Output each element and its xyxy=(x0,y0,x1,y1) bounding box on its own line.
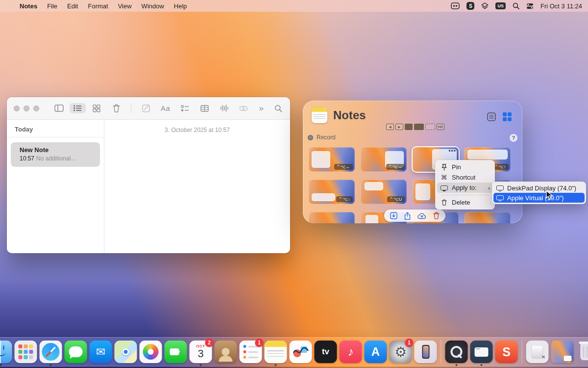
sidebar-section-header: Today xyxy=(7,124,104,137)
help-button[interactable]: ? xyxy=(510,134,517,142)
menu-format[interactable]: Format xyxy=(83,2,113,10)
dock-notes-icon[interactable] xyxy=(265,341,287,363)
running-indicator xyxy=(200,364,202,366)
running-indicator xyxy=(456,364,458,366)
list-view-icon[interactable] xyxy=(70,103,86,113)
dock-launchpad-icon[interactable] xyxy=(15,341,37,363)
menu-item-pin[interactable]: Pin xyxy=(437,162,493,172)
spotlight-search-icon[interactable] xyxy=(513,2,519,9)
format-text-icon[interactable]: Aa xyxy=(161,104,170,112)
play-button[interactable]: ▶ xyxy=(395,124,403,130)
reminders-badge: 1 xyxy=(255,339,264,347)
small-frame-button[interactable] xyxy=(405,124,413,130)
display-icon xyxy=(496,185,504,190)
dock-shottr-icon[interactable]: S xyxy=(495,341,518,363)
dock-freeform-icon[interactable] xyxy=(290,341,312,363)
screen-share-icon[interactable] xyxy=(451,2,460,9)
dock-minimized-window[interactable] xyxy=(551,341,574,363)
shortcut-badge: ⌃⌥→ xyxy=(386,164,405,170)
zoom-button[interactable] xyxy=(33,105,39,111)
layout-thumbnail-left-half[interactable]: ⌃⌥← xyxy=(309,147,355,172)
sidebar-toggle-icon[interactable] xyxy=(54,105,64,112)
note-editor[interactable]: 3. October 2025 at 10:57 xyxy=(104,120,290,253)
running-indicator xyxy=(0,364,2,366)
trash-icon[interactable] xyxy=(433,212,440,219)
submenu-chevron-icon: › xyxy=(488,185,490,191)
dock-divider xyxy=(522,340,522,364)
toolbar-overflow-icon[interactable]: » xyxy=(259,104,264,113)
record-control[interactable]: Record xyxy=(308,134,336,141)
dock-safari-icon[interactable] xyxy=(40,341,62,363)
input-source-badge[interactable]: US xyxy=(495,2,506,9)
audio-record-icon[interactable] xyxy=(219,105,229,112)
layout-thumbnail-bottom[interactable]: ⌃⌥↓ xyxy=(309,180,355,204)
cloud-upload-icon[interactable] xyxy=(417,212,426,219)
collaborate-icon[interactable] xyxy=(239,105,248,112)
settings-badge: 1 xyxy=(405,339,414,347)
prev-button[interactable]: ◀ xyxy=(386,124,394,130)
dock-deskpad-icon[interactable] xyxy=(470,341,493,363)
menubar-clock[interactable]: Fri Oct 3 11:24 xyxy=(540,2,582,10)
dock-contacts-icon[interactable] xyxy=(215,341,237,363)
dock-quicktime-icon[interactable] xyxy=(445,341,468,363)
s-app-menubar-icon[interactable]: S xyxy=(466,2,474,10)
menu-item-delete[interactable]: Delete xyxy=(437,197,493,208)
dock-music-icon[interactable]: ♪ xyxy=(340,341,362,363)
dock-messages-icon[interactable] xyxy=(65,341,87,363)
search-icon[interactable] xyxy=(273,105,283,112)
save-icon[interactable] xyxy=(390,212,397,219)
layout-thumbnail[interactable] xyxy=(465,212,511,223)
dock-utility-box-icon[interactable] xyxy=(526,341,549,363)
note-preview: No additional… xyxy=(36,155,76,162)
shortcut-badge: ⌃⌥↓ xyxy=(336,196,353,202)
delete-note-icon[interactable] xyxy=(111,104,121,112)
large-frame-button[interactable] xyxy=(414,124,424,130)
layout-thumbnail-top-left[interactable]: ⌃⌥U xyxy=(361,180,407,204)
menu-view[interactable]: View xyxy=(113,2,137,10)
submenu-item-deskpad-display[interactable]: DeskPad Display (74.0") xyxy=(493,183,585,193)
gallery-view-icon[interactable] xyxy=(92,105,101,112)
dock-finder-icon[interactable] xyxy=(0,341,12,363)
dock-iphone-mirroring-icon[interactable] xyxy=(415,341,437,363)
menu-help[interactable]: Help xyxy=(169,2,192,10)
note-time: 10:57 xyxy=(20,155,34,162)
command-icon: ⌘ xyxy=(440,174,448,181)
new-note-icon[interactable] xyxy=(141,104,151,112)
dock-trash-icon[interactable] xyxy=(576,341,588,363)
hd-button[interactable]: HD xyxy=(437,124,444,130)
layout-thumbnail[interactable] xyxy=(309,212,355,223)
menu-item-shortcut[interactable]: ⌘ Shortcut xyxy=(437,172,493,183)
grid-view-icon[interactable] xyxy=(487,112,496,121)
note-list-item[interactable]: New Note 10:57No additional… xyxy=(11,142,100,167)
note-date-line: 3. October 2025 at 10:57 xyxy=(104,127,290,133)
control-center-icon[interactable] xyxy=(526,3,534,9)
menu-file[interactable]: File xyxy=(42,2,62,10)
dock-facetime-icon[interactable] xyxy=(165,341,187,363)
dock-appstore-icon[interactable]: A xyxy=(365,341,387,363)
dock-maps-icon[interactable] xyxy=(115,341,137,363)
submenu-item-apple-virtual[interactable]: Apple Virtual (19.0") xyxy=(493,193,585,203)
menu-notes[interactable]: Notes xyxy=(15,2,42,10)
running-indicator xyxy=(50,364,52,366)
dock-mail-icon[interactable]: ✉ xyxy=(90,341,112,363)
thumbnail-action-bar xyxy=(384,210,445,222)
menu-item-label: Apply to: xyxy=(452,184,477,191)
minimize-button[interactable] xyxy=(24,105,29,111)
table-icon[interactable] xyxy=(199,105,209,112)
menu-item-apply-to[interactable]: Apply to: › xyxy=(437,183,493,193)
dock-photos-icon[interactable] xyxy=(140,341,162,363)
menu-edit[interactable]: Edit xyxy=(62,2,83,10)
share-icon[interactable] xyxy=(404,212,411,220)
checklist-icon[interactable] xyxy=(180,105,190,112)
dock-appletv-icon[interactable]: tv xyxy=(315,341,337,363)
menu-window[interactable]: Window xyxy=(137,2,169,10)
notes-toolbar: Aa » xyxy=(7,97,290,120)
layout-thumbnail-right-half[interactable]: ⌃⌥→ xyxy=(361,147,407,172)
dashed-frame-button[interactable] xyxy=(425,124,435,130)
tile-view-icon[interactable] xyxy=(503,112,512,121)
stack-icon[interactable] xyxy=(481,2,489,10)
thumbnail-more-button[interactable]: ••• xyxy=(448,147,456,154)
menu-item-label: Pin xyxy=(452,163,461,171)
shortcut-badge: ⌃⌥U xyxy=(387,196,405,202)
close-button[interactable] xyxy=(14,105,20,111)
